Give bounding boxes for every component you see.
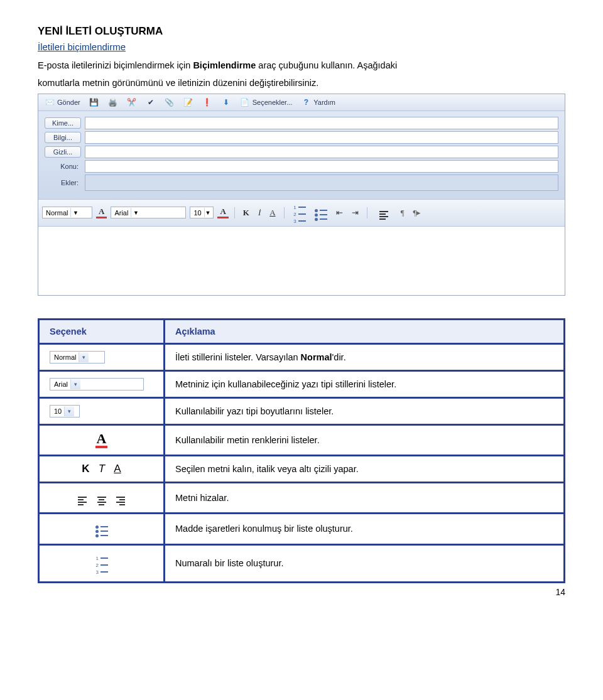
table-row: Metni hizalar. [39, 482, 565, 513]
compose-body[interactable] [38, 226, 565, 295]
option-cell: Normal ▾ [39, 343, 165, 370]
priority-high-icon: ❗ [202, 97, 212, 107]
indent-button[interactable]: ⇥ [349, 208, 361, 218]
bulleted-list-icon [95, 525, 108, 537]
undo-icon: ✂️ [127, 97, 137, 107]
format-toolbar: Normal ▼ A Arial ▼ 10 ▼ A K İ A 1 2 3 [38, 199, 565, 226]
priority-high-button[interactable]: ❗ [200, 96, 215, 109]
desc-cell: Madde işaretleri konulmuş bir liste oluş… [165, 513, 565, 544]
desc-cell: Metni hizalar. [165, 482, 565, 513]
bcc-field[interactable] [85, 146, 558, 158]
chevron-down-icon: ▼ [131, 208, 140, 217]
font-color-icon: A [95, 432, 108, 448]
desc-cell: İleti stillerini listeler. Varsayılan No… [165, 343, 565, 370]
spellcheck-icon: ✔ [146, 97, 156, 107]
table-row: A Kullanılabilir metin renklerini listel… [39, 424, 565, 455]
signature-button[interactable]: 📝 [181, 96, 196, 109]
compose-toolbar: ✉️ Gönder 💾 🖨️ ✂️ ✔ 📎 📝 ❗ ⬇ 📄 Seçenekler… [38, 94, 565, 111]
desc-cell: Seçilen metni kalın, italik veya altı çi… [165, 455, 565, 482]
align-left-button[interactable] [373, 205, 394, 220]
chevron-down-icon: ▾ [79, 352, 89, 362]
send-button[interactable]: ✉️ Gönder [42, 96, 83, 109]
intro-paragraph-1: E-posta iletilerinizi biçimlendirmek içi… [38, 58, 565, 73]
font-dropdown-sample: Arial ▾ [50, 378, 144, 390]
desc-cell: Numaralı bir liste oluşturur. [165, 544, 565, 582]
table-row: K T A Seçilen metni kalın, italik veya a… [39, 455, 565, 482]
style-dropdown-sample: Normal ▾ [50, 351, 105, 363]
underline-icon: A [114, 463, 121, 475]
chevron-down-icon: ▾ [70, 379, 80, 389]
ltr-button[interactable]: ¶▸ [411, 208, 424, 218]
priority-low-button[interactable]: ⬇ [219, 96, 234, 109]
numbered-list-icon: 1 2 3 [95, 556, 108, 575]
print-button[interactable]: 🖨️ [106, 96, 121, 109]
chevron-down-icon: ▼ [204, 208, 212, 217]
bcc-button[interactable]: Gizli... [45, 146, 81, 158]
italic-button[interactable]: İ [256, 208, 263, 218]
attach-button[interactable]: 📎 [162, 96, 177, 109]
options-button[interactable]: 📄 Seçenekler... [237, 96, 295, 109]
option-cell: A [39, 424, 165, 455]
col-header-option: Seçenek [39, 319, 165, 343]
save-icon: 💾 [89, 97, 99, 107]
dedent-button[interactable]: ⇤ [334, 208, 345, 218]
help-button[interactable]: ? Yardım [298, 96, 338, 109]
font-color-picker[interactable]: A [96, 207, 107, 218]
option-cell: 10 ▾ [39, 397, 165, 424]
table-row: Arial ▾ Metniniz için kullanabileceğiniz… [39, 370, 565, 397]
text-color-button[interactable]: A [217, 207, 228, 218]
chevron-down-icon: ▾ [64, 406, 74, 416]
option-cell: Arial ▾ [39, 370, 165, 397]
desc-cell: Metniniz için kullanabileceğiniz yazı ti… [165, 370, 565, 397]
numbered-list-button[interactable]: 1 2 3 [290, 202, 308, 224]
page-number: 14 [38, 587, 565, 597]
options-icon: 📄 [240, 97, 250, 107]
size-dropdown-sample: 10 ▾ [50, 405, 80, 417]
spellcheck-button[interactable]: ✔ [143, 96, 158, 109]
underline-button[interactable]: A [267, 208, 278, 218]
intro-paragraph-2: komutlarla metnin görünümünü ve iletiniz… [38, 76, 565, 91]
show-formatting-button[interactable]: ¶ [398, 208, 407, 218]
priority-low-icon: ⬇ [221, 97, 231, 107]
bold-button[interactable]: K [241, 208, 252, 218]
option-cell: 1 2 3 [39, 544, 165, 582]
table-row: 10 ▾ Kullanılabilir yazı tipi boyutların… [39, 397, 565, 424]
align-right-icon [116, 496, 125, 506]
bulleted-list-button[interactable] [312, 205, 330, 221]
style-dropdown[interactable]: Normal ▼ [42, 207, 92, 218]
section-subheading: İletileri biçimlendirme [38, 41, 565, 52]
desc-cell: Kullanılabilir metin renklerini listeler… [165, 424, 565, 455]
table-row: Madde işaretleri konulmuş bir liste oluş… [39, 513, 565, 544]
print-icon: 🖨️ [108, 97, 118, 107]
col-header-desc: Açıklama [165, 319, 565, 343]
signature-icon: 📝 [183, 97, 193, 107]
align-center-icon [97, 496, 106, 506]
table-row: Normal ▾ İleti stillerini listeler. Vars… [39, 343, 565, 370]
undo-button[interactable]: ✂️ [124, 96, 139, 109]
desc-cell: Kullanılabilir yazı tipi boyutlarını lis… [165, 397, 565, 424]
attachments-label: Ekler: [45, 178, 81, 188]
compose-header: Kime... Bilgi... Gizli... Konu: Ekler: [38, 111, 565, 199]
bold-icon: K [82, 463, 89, 475]
italic-icon: T [99, 463, 105, 475]
help-icon: ? [301, 97, 311, 107]
attachments-field[interactable] [85, 175, 558, 191]
option-cell: K T A [39, 455, 165, 482]
cc-field[interactable] [85, 131, 558, 144]
page-title: YENİ İLETİ OLUŞTURMA [38, 25, 565, 38]
option-cell [39, 513, 165, 544]
subject-field[interactable] [85, 160, 558, 173]
table-row: 1 2 3 Numaralı bir liste oluşturur. [39, 544, 565, 582]
size-dropdown[interactable]: 10 ▼ [190, 207, 214, 218]
save-button[interactable]: 💾 [87, 96, 102, 109]
paperclip-icon: 📎 [165, 97, 175, 107]
to-button[interactable]: Kime... [45, 117, 81, 129]
to-field[interactable] [85, 117, 558, 129]
option-cell [39, 482, 165, 513]
subject-label: Konu: [45, 161, 81, 171]
align-left-icon [78, 496, 87, 506]
options-table: Seçenek Açıklama Normal ▾ İleti stilleri… [38, 318, 565, 583]
chevron-down-icon: ▼ [70, 208, 80, 217]
font-dropdown[interactable]: Arial ▼ [111, 207, 186, 218]
cc-button[interactable]: Bilgi... [45, 132, 81, 143]
